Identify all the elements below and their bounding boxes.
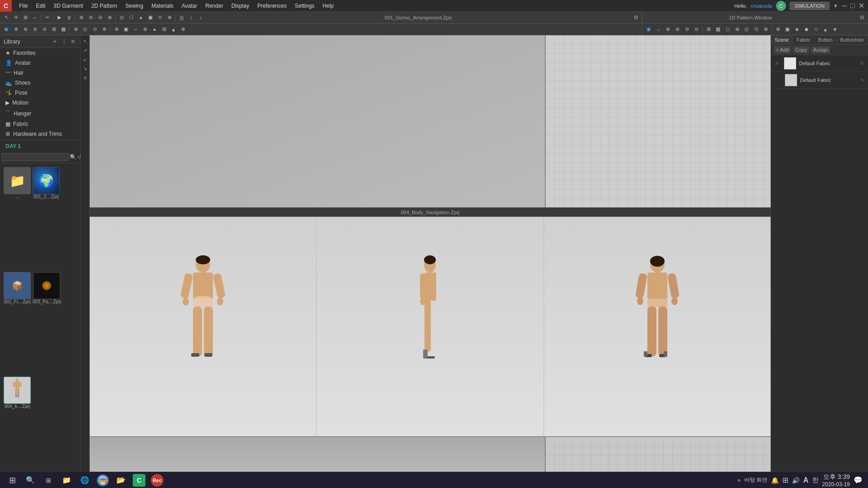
tool-f[interactable]: ⬡ (127, 13, 136, 22)
2dt-s[interactable]: ▲ (821, 25, 830, 34)
sidebar-item-hardware[interactable]: ⚙ Hardware and Trims (0, 129, 80, 139)
menu-edit[interactable]: Edit (32, 2, 49, 10)
sidebar-item-pose[interactable]: 🤸 Pose (0, 88, 80, 98)
tool-j[interactable]: ⊗ (165, 13, 174, 22)
menu-file[interactable]: File (15, 2, 31, 10)
t2-g[interactable]: ▦ (59, 25, 68, 34)
sidebar-add-btn[interactable]: + (51, 38, 58, 45)
sidebar-item-hair[interactable]: 〰 Hair (0, 68, 80, 78)
tool-g[interactable]: ♦ (136, 13, 145, 22)
sidebar-item-avatar[interactable]: 👤 Avatar (0, 58, 80, 68)
sidebar-settings-btn[interactable]: ≡ (69, 38, 77, 45)
2dt-i[interactable]: ◻ (723, 25, 732, 34)
tool-k[interactable]: ||| (177, 13, 186, 22)
tool-select[interactable]: ↖ (2, 13, 11, 22)
2dt-t[interactable]: ▼ (830, 25, 839, 34)
lt-btn-b[interactable]: ↗ (81, 46, 89, 54)
thumb-parent[interactable]: 📁 ... (4, 167, 31, 270)
t2-s[interactable]: ⊕ (178, 25, 188, 34)
tab-buttonhole[interactable]: Buttonhole (837, 35, 868, 44)
taskbar-expand-icon[interactable]: » (738, 477, 741, 483)
rec-icon[interactable]: Rec (150, 474, 164, 487)
volume-icon[interactable]: 🔊 (792, 477, 800, 484)
2dt-d[interactable]: ⊛ (673, 25, 682, 34)
rp-assign-label[interactable]: Assign (811, 46, 830, 53)
tool-d[interactable]: ⊕ (105, 13, 114, 22)
menu-display[interactable]: Display (228, 2, 253, 10)
menu-avatar[interactable]: Avatar (178, 2, 201, 10)
2dt-j[interactable]: ⊕ (733, 25, 742, 34)
t2-i[interactable]: ◎ (81, 25, 90, 34)
2dt-p[interactable]: ◈ (792, 25, 801, 34)
2dt-f[interactable]: ⊝ (692, 25, 701, 34)
2dt-r[interactable]: ◇ (811, 25, 820, 34)
fabric-item-1[interactable]: ✓ Default Fabric ✎ (771, 55, 868, 72)
tab-scene[interactable]: Scene (771, 35, 793, 44)
tool-sim2[interactable]: ⏸ (64, 13, 73, 22)
sim-dropdown-icon[interactable]: ▼ (833, 3, 838, 9)
menu-preferences[interactable]: Preferences (254, 2, 290, 10)
keyboard-icon[interactable]: ⊞ (782, 476, 788, 484)
menu-materials[interactable]: Materials (148, 2, 177, 10)
tool-b[interactable]: ⊜ (86, 13, 95, 22)
t2-n[interactable]: ─ (131, 25, 140, 34)
t2-o[interactable]: ⊕ (140, 25, 149, 34)
t2-f[interactable]: ⊞ (49, 25, 58, 34)
sidebar-search-input[interactable] (2, 153, 69, 161)
menu-3dgarment[interactable]: 3D Garment (50, 2, 87, 10)
lt-btn-c[interactable]: ↙ (81, 55, 89, 63)
lt-btn-a[interactable]: ↖ (81, 37, 89, 45)
thumb-004[interactable]: 004_b....Zprj (4, 377, 31, 480)
search-button[interactable]: 🔍 (24, 474, 37, 487)
clo-icon[interactable]: C (132, 474, 146, 487)
file-explorer[interactable]: 📁 (60, 474, 73, 487)
sidebar-item-hanger[interactable]: ⌒ Hanger (0, 108, 80, 119)
system-label[interactable]: 바탕 화면 (744, 476, 767, 484)
sidebar-item-fabric[interactable]: ▦ Fabric (0, 119, 80, 129)
menu-2dpattern[interactable]: 2D Pattern (87, 2, 121, 10)
3d-window-title[interactable]: 001_Gizmo_Arrangement.Zprj (206, 15, 631, 20)
chrome-icon[interactable] (96, 474, 110, 487)
t2-j[interactable]: ⊙ (90, 25, 99, 34)
simulation-button[interactable]: SIMULATION (790, 2, 829, 10)
viewport-3d[interactable] (90, 35, 545, 207)
t2-e[interactable]: ⊝ (40, 25, 49, 34)
sidebar-item-favorites[interactable]: ★ Favorites (0, 48, 80, 58)
task-view[interactable]: ⊞ (42, 474, 55, 487)
fabric-item-2[interactable]: Default Fabric ✎ (771, 72, 868, 89)
user-avatar[interactable]: C (776, 1, 786, 11)
thumb-001[interactable]: 🌍 001_2....Zprj (33, 167, 60, 270)
t2-m[interactable]: ▣ (121, 25, 130, 34)
t2-k[interactable]: ⊗ (100, 25, 109, 34)
menu-help[interactable]: Help (319, 2, 338, 10)
tool-sim[interactable]: ▶ (55, 13, 64, 22)
tool-i[interactable]: ⊙ (155, 13, 164, 22)
t2-b[interactable]: ⊕ (11, 25, 20, 34)
2dt-n[interactable]: ⊕ (773, 25, 782, 34)
2dt-b[interactable]: ⬦ (654, 25, 663, 34)
close-icon[interactable]: ✕ (858, 1, 864, 10)
folder-icon[interactable]: 📂 (114, 474, 128, 487)
thumb-003[interactable]: 003_Pa....Zprj (33, 272, 61, 375)
ime-icon-han[interactable]: 한 (812, 476, 819, 484)
t2-h[interactable]: ⊕ (71, 25, 80, 34)
2dt-k[interactable]: ◎ (742, 25, 751, 34)
browser-icon[interactable]: 🌐 (78, 474, 92, 487)
chat-icon[interactable]: 💬 (854, 476, 863, 484)
search-icon[interactable]: 🔍 (70, 153, 77, 161)
t2-c[interactable]: ⊛ (21, 25, 30, 34)
2dt-c[interactable]: ⊕ (663, 25, 672, 34)
lt-btn-e[interactable]: ⊙ (81, 73, 89, 81)
rp-add-label[interactable]: + Add (774, 46, 791, 53)
2dt-l[interactable]: ⊙ (752, 25, 761, 34)
2d-window-expand[interactable]: ⊟ (857, 13, 866, 22)
3d-window-expand[interactable]: ⊟ (631, 13, 640, 22)
2dt-a[interactable]: ◉ (644, 25, 653, 34)
tool-rotate[interactable]: ⊞ (21, 13, 30, 22)
rp-copy-label[interactable]: Copy (793, 46, 809, 53)
tool-cut[interactable]: ✂ (43, 13, 52, 22)
menu-sewing[interactable]: Sewing (122, 2, 147, 10)
tool-l[interactable]: ⫶ (187, 13, 196, 22)
thumb-002[interactable]: 📦 002_Fi....Zprj (4, 272, 31, 375)
tool-move[interactable]: ✛ (11, 13, 20, 22)
